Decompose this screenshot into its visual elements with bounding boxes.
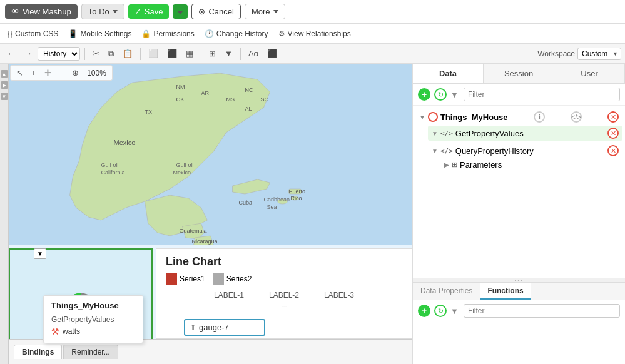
sidebar-arrow-mid[interactable]: ▶ [1, 81, 8, 89]
grid-dropdown-button[interactable]: ▼ [221, 48, 236, 59]
lock-icon: 🔒 [141, 29, 151, 38]
save-label: Save [145, 7, 163, 16]
pan-tool-button[interactable]: ⊕ [69, 67, 82, 79]
gauge-input-container: ⬆ gauge-7 [184, 319, 265, 336]
chart-title: Line Chart [166, 255, 402, 268]
todo-button[interactable]: To Do [81, 4, 124, 19]
paste-button[interactable]: 📋 [119, 48, 136, 59]
left-sidebar: ▲ ▶ ▼ [0, 64, 9, 364]
svg-text:Caribbean: Caribbean [264, 196, 290, 203]
bottom-right-tabs: Data Properties Functions [413, 283, 625, 300]
query-remove-button[interactable]: ✕ [607, 145, 619, 156]
data-filter-input[interactable] [464, 88, 620, 101]
custom-css-item[interactable]: {} Custom CSS [8, 29, 58, 38]
change-history-item[interactable]: 🕐 Change History [205, 29, 268, 38]
sidebar-arrow-down[interactable]: ▼ [1, 93, 8, 100]
todo-dropdown-icon [113, 10, 118, 13]
add-function-button[interactable]: + [418, 305, 430, 317]
refresh-data-button[interactable]: ↻ [434, 88, 447, 101]
add-tool-button[interactable]: + [28, 67, 39, 79]
third-toolbar: ← → History ✂ ⧉ 📋 ⬜ ⬛ ▦ ⊞ ▼ Aα ⬛ Workspa… [0, 44, 625, 64]
tree-node-things-row[interactable]: ▼ Things_MyHouse ℹ </> ✕ [415, 109, 622, 124]
right-tab-data[interactable]: Data [413, 64, 484, 83]
right-panel-tabs: Data Session User [413, 64, 625, 84]
copy-button[interactable]: ⧉ [105, 48, 117, 60]
add-data-button[interactable]: + [418, 88, 430, 101]
tooltip-item-2-label: watts [63, 327, 80, 336]
svg-text:MS: MS [226, 96, 235, 103]
tree-node-getprop-row[interactable]: ▼ </> GetPropertyValues ✕ [428, 126, 622, 141]
things-remove-button[interactable]: ✕ [607, 111, 619, 123]
canvas-area[interactable]: ↖ + ✛ − ⊕ 100% [9, 64, 412, 364]
cancel-button[interactable]: ⊗ Cancel [191, 4, 240, 19]
save-arrow-button[interactable] [173, 4, 188, 19]
svg-text:Gulf of: Gulf of [101, 162, 118, 168]
workspace-select[interactable]: Custom [577, 48, 621, 60]
map-container: Mexico TX OK AR MS AL SC NC Gulf of Cali… [9, 64, 412, 245]
more-button[interactable]: More [245, 4, 285, 19]
things-info-button[interactable]: ℹ [534, 111, 545, 123]
tooltip-popup: Things_MyHouse GetPropertyValues ⚒ watts [43, 295, 143, 343]
widget-arrow-button[interactable]: ▼ [34, 248, 46, 259]
tree-node-query-row[interactable]: ▼ </> QueryPropertyHistory ✕ [428, 143, 622, 158]
custom-css-label: Custom CSS [15, 29, 58, 38]
align-center-button[interactable]: ⬛ [164, 48, 180, 59]
query-label: QueryPropertyHistory [455, 146, 534, 156]
permissions-item[interactable]: 🔒 Permissions [141, 29, 194, 38]
filter-icon: ▼ [450, 90, 459, 99]
relationships-icon: ⚙ [278, 29, 285, 38]
legend-label-series2: Series2 [226, 275, 252, 283]
crosshair-tool-button[interactable]: ✛ [41, 67, 54, 79]
redo-button[interactable]: → [21, 48, 35, 59]
tooltip-item-icon: ⚒ [51, 326, 59, 336]
query-code-icon: </> [440, 147, 453, 155]
tree-caret-query: ▼ [432, 148, 438, 154]
align-left-button[interactable]: ⬜ [145, 48, 161, 59]
svg-text:California: California [101, 169, 125, 176]
view-relationships-item[interactable]: ⚙ View Relationships [278, 29, 351, 38]
view-mashup-button[interactable]: 👁 View Mashup [5, 4, 78, 19]
params-label: Parameters [460, 160, 502, 169]
save-button[interactable]: ✓ Save [128, 4, 170, 19]
function-filter-icon: ▼ [450, 306, 459, 316]
svg-text:Mexico: Mexico [114, 139, 136, 146]
align-right-button[interactable]: ▦ [183, 48, 196, 59]
function-filter-input[interactable] [464, 304, 620, 318]
text-format-button[interactable]: ⬛ [264, 48, 280, 59]
svg-text:Nicaragua: Nicaragua [192, 238, 218, 245]
tab-reminders[interactable]: Reminder... [63, 345, 118, 359]
text-button[interactable]: Aα [245, 48, 262, 59]
permissions-label: Permissions [153, 29, 194, 38]
more-dropdown-icon [273, 10, 278, 13]
mobile-settings-label: Mobile Settings [80, 29, 131, 38]
tooltip-item-1[interactable]: GetPropertyValues [51, 314, 135, 325]
data-tree: ▼ Things_MyHouse ℹ </> ✕ ▼ </> GetProper… [413, 106, 625, 278]
undo-button[interactable]: ← [4, 48, 18, 59]
chart-label-3: LABEL-3 [324, 291, 354, 300]
tab-data-properties[interactable]: Data Properties [413, 283, 480, 300]
legend-color-series1 [166, 273, 177, 285]
sidebar-arrow-up[interactable]: ▲ [1, 70, 8, 78]
mobile-settings-item[interactable]: 📱 Mobile Settings [68, 29, 131, 38]
panel-divider[interactable]: ··· [413, 278, 625, 283]
things-code-button[interactable]: </> [571, 111, 582, 123]
right-tab-session[interactable]: Session [484, 64, 554, 83]
chart-label-1: LABEL-1 [214, 291, 244, 300]
chart-labels: LABEL-1 LABEL-2 LABEL-3 [166, 291, 402, 300]
things-node-label: Things_MyHouse [440, 113, 508, 122]
grid-button[interactable]: ⊞ [206, 48, 219, 59]
history-select[interactable]: History [38, 47, 80, 61]
view-relationships-label: View Relationships [288, 29, 351, 38]
clock-icon: 🕐 [205, 29, 214, 38]
right-panel: Data Session User + ↻ ▼ ▼ Things_MyHouse… [412, 64, 625, 364]
tab-functions[interactable]: Functions [480, 283, 531, 300]
right-tab-user[interactable]: User [554, 64, 625, 83]
cut-button[interactable]: ✂ [89, 48, 103, 59]
tree-node-params-row[interactable]: ▶ ⊞ Parameters [440, 158, 622, 171]
refresh-function-button[interactable]: ↻ [434, 305, 447, 317]
tab-bindings[interactable]: Bindings [14, 345, 62, 359]
getprop-remove-button[interactable]: ✕ [607, 128, 619, 139]
select-tool-button[interactable]: ↖ [13, 67, 26, 79]
minus-tool-button[interactable]: − [56, 67, 68, 79]
tooltip-item-2[interactable]: ⚒ watts [51, 325, 135, 338]
